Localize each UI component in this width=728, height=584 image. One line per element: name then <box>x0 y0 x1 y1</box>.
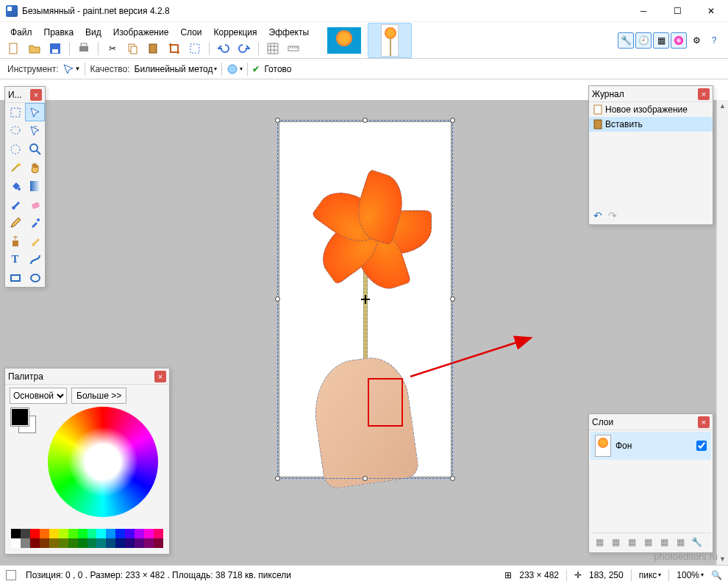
maximize-button[interactable]: ☐ <box>660 0 694 22</box>
menu-image[interactable]: Изображение <box>107 26 175 39</box>
paste-icon[interactable] <box>146 40 162 57</box>
brush-tool[interactable] <box>5 195 25 213</box>
move-tool[interactable] <box>25 103 45 121</box>
sampling-dropdown[interactable]: ▾ <box>226 63 243 75</box>
layers-window-icon[interactable]: ▦ <box>653 32 669 49</box>
zoom-dropdown[interactable]: 100% ▾ <box>677 570 704 580</box>
history-window-icon[interactable]: 🕘 <box>635 32 652 49</box>
history-item-new[interactable]: Новое изображение <box>589 102 713 117</box>
svg-point-11 <box>228 65 237 74</box>
utility-icons: 🔧 🕘 ▦ ⚙ ? <box>612 22 728 58</box>
eyedropper-tool[interactable] <box>25 213 45 232</box>
settings-icon[interactable]: ⚙ <box>688 32 704 49</box>
vertical-scrollbar[interactable]: ▲ ▼ <box>716 100 728 565</box>
save-icon[interactable] <box>47 40 63 57</box>
delete-layer-icon[interactable]: ▦ <box>608 535 623 549</box>
open-icon[interactable] <box>26 40 43 57</box>
handle-bm[interactable] <box>363 476 368 481</box>
ruler-icon[interactable] <box>285 40 301 57</box>
primary-color-swatch[interactable] <box>11 408 29 426</box>
zoom-tool[interactable] <box>25 140 45 158</box>
menu-adjustments[interactable]: Коррекция <box>208 26 263 39</box>
history-close-icon[interactable]: × <box>698 88 710 100</box>
menu-effects[interactable]: Эффекты <box>263 26 315 39</box>
layers-close-icon[interactable]: × <box>698 416 710 428</box>
move-down-icon[interactable]: ▦ <box>673 535 688 549</box>
layer-row[interactable]: Фон <box>590 432 711 460</box>
history-redo-icon[interactable]: ↷ <box>608 210 617 221</box>
add-layer-icon[interactable]: ▦ <box>592 535 607 549</box>
line-tool[interactable] <box>25 250 45 268</box>
close-button[interactable]: ✕ <box>694 0 728 22</box>
tools-window-icon[interactable]: 🔧 <box>618 32 634 49</box>
cut-icon[interactable]: ✂ <box>104 40 121 57</box>
redo-icon[interactable] <box>236 40 252 57</box>
history-undo-icon[interactable]: ↶ <box>593 210 602 221</box>
crop-icon[interactable] <box>166 40 182 57</box>
menu-file[interactable]: Файл <box>4 26 38 39</box>
active-tool-dropdown[interactable]: ▼ <box>63 64 81 74</box>
menu-edit[interactable]: Правка <box>38 26 80 39</box>
menu-view[interactable]: Вид <box>79 26 107 39</box>
selection-rect[interactable] <box>277 120 453 479</box>
history-panel[interactable]: Журнал× Новое изображение Вставить ↶ ↷ <box>588 85 713 225</box>
handle-ml[interactable] <box>275 296 280 302</box>
tools-panel[interactable]: И...× T <box>4 86 46 288</box>
handle-tm[interactable] <box>363 118 368 123</box>
pencil-tool[interactable] <box>5 213 25 232</box>
color-palette-strip[interactable] <box>11 529 163 548</box>
magic-wand-tool[interactable] <box>5 158 25 177</box>
grid-icon[interactable] <box>265 40 281 57</box>
deselect-icon[interactable] <box>187 40 203 57</box>
rect-tool[interactable] <box>5 268 25 287</box>
move-selection-tool[interactable] <box>25 121 45 140</box>
merge-layer-icon[interactable]: ▦ <box>640 535 655 549</box>
layer-visible-checkbox[interactable] <box>696 441 707 451</box>
color-more-button[interactable]: Больше >> <box>71 388 126 404</box>
tools-close-icon[interactable]: × <box>30 89 42 101</box>
duplicate-layer-icon[interactable]: ▦ <box>624 535 639 549</box>
layers-panel[interactable]: Слои× Фон ▦ ▦ ▦ ▦ ▦ ▦ 🔧 <box>588 413 713 553</box>
history-item-paste[interactable]: Вставить <box>589 117 713 132</box>
zoom-tool-icon[interactable]: 🔍 <box>711 570 722 580</box>
handle-tl[interactable] <box>275 118 280 123</box>
doc-thumb-1[interactable] <box>322 23 366 58</box>
scroll-down-icon[interactable]: ▼ <box>717 553 728 565</box>
colors-window-icon[interactable] <box>671 32 687 49</box>
layer-props-icon[interactable]: 🔧 <box>689 535 704 549</box>
pan-tool[interactable] <box>25 158 45 177</box>
scroll-up-icon[interactable]: ▲ <box>717 100 728 112</box>
color-mode-select[interactable]: Основной <box>10 388 67 404</box>
rect-select-tool[interactable] <box>5 103 25 121</box>
new-icon[interactable] <box>6 40 22 57</box>
lasso-tool[interactable] <box>5 121 25 140</box>
print-icon[interactable] <box>76 40 92 57</box>
bucket-tool[interactable] <box>5 177 25 195</box>
move-up-icon[interactable]: ▦ <box>657 535 671 549</box>
quality-dropdown[interactable]: Билинейный метод ▾ <box>135 64 218 74</box>
clone-tool[interactable] <box>5 232 25 250</box>
gradient-tool[interactable] <box>25 177 45 195</box>
minimize-button[interactable]: ─ <box>627 0 660 22</box>
doc-thumb-2[interactable] <box>368 23 412 58</box>
handle-tr[interactable] <box>450 118 455 123</box>
canvas[interactable] <box>279 122 451 477</box>
handle-mr[interactable] <box>450 296 455 302</box>
svg-rect-0 <box>10 43 17 54</box>
copy-icon[interactable] <box>125 40 141 57</box>
ellipse-select-tool[interactable] <box>5 140 25 158</box>
handle-br[interactable] <box>450 476 455 481</box>
eraser-tool[interactable] <box>25 195 45 213</box>
ellipse-tool[interactable] <box>25 268 45 287</box>
color-panel[interactable]: Палитра× Основной Больше >> <box>4 368 170 555</box>
handle-bl[interactable] <box>275 476 280 481</box>
text-tool[interactable]: T <box>5 250 25 268</box>
units-dropdown[interactable]: пикс ▾ <box>639 570 662 580</box>
menu-layers[interactable]: Слои <box>174 26 207 39</box>
recolor-tool[interactable] <box>25 232 45 250</box>
move-center-icon[interactable] <box>361 295 370 304</box>
undo-icon[interactable] <box>215 40 232 57</box>
color-close-icon[interactable]: × <box>154 371 166 382</box>
color-wheel[interactable] <box>48 407 158 517</box>
help-icon[interactable]: ? <box>706 32 722 49</box>
